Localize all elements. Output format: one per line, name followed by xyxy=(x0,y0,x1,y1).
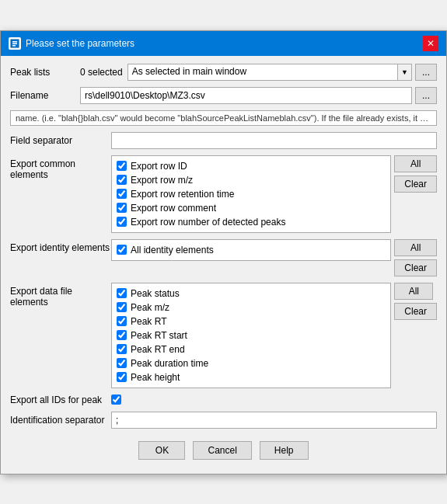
export-data-file-content: Peak status Peak m/z Peak RT Peak RT sta… xyxy=(111,283,437,388)
export-row-mz-checkbox[interactable] xyxy=(117,175,127,185)
peak-duration-checkbox[interactable] xyxy=(117,358,127,368)
peak-rt-start-checkbox[interactable] xyxy=(117,330,127,340)
peak-rt-end-label: Peak RT end xyxy=(131,344,185,355)
export-row-rt-label: Export row retention time xyxy=(131,189,234,200)
list-item: Peak duration time xyxy=(117,356,386,370)
export-common-section: Export common elements Export row ID Exp… xyxy=(10,155,437,233)
svg-rect-1 xyxy=(12,41,17,43)
dialog: Please set the parameters ✕ Peak lists 0… xyxy=(0,30,447,474)
title-bar: Please set the parameters ✕ xyxy=(1,31,446,56)
all-identity-label: All identity elements xyxy=(131,245,214,255)
export-data-file-buttons: All Clear xyxy=(394,283,437,320)
export-common-content: Export row ID Export row m/z Export row … xyxy=(111,155,437,233)
button-bar: OK Cancel Help xyxy=(10,436,437,466)
export-row-mz-label: Export row m/z xyxy=(131,175,193,186)
filename-controls: ... xyxy=(80,87,437,104)
export-row-peaks-label: Export row number of detected peaks xyxy=(131,217,285,228)
export-identity-clear-button[interactable]: Clear xyxy=(394,259,437,276)
peak-rt-end-checkbox[interactable] xyxy=(117,344,127,354)
list-item: Peak RT xyxy=(117,315,386,328)
peak-mz-label: Peak m/z xyxy=(131,302,169,313)
peak-rt-checkbox[interactable] xyxy=(117,316,127,326)
export-all-ids-row: Export all IDs for peak xyxy=(10,395,437,405)
list-item: Peak status xyxy=(117,287,386,301)
all-identity-checkbox[interactable] xyxy=(117,245,127,255)
svg-rect-2 xyxy=(12,43,17,44)
export-data-file-all-button[interactable]: All xyxy=(394,283,433,300)
dialog-title: Please set the parameters xyxy=(26,38,134,49)
peak-rt-label: Peak RT xyxy=(131,316,166,327)
peak-lists-row: Peak lists 0 selected As selected in mai… xyxy=(10,64,437,81)
export-common-clear-button[interactable]: Clear xyxy=(394,176,437,193)
export-identity-section: Export identity elements All identity el… xyxy=(10,239,437,276)
peak-mz-checkbox[interactable] xyxy=(117,302,127,312)
list-item: Export row comment xyxy=(117,201,386,215)
svg-rect-3 xyxy=(12,45,16,47)
export-all-ids-label: Export all IDs for peak xyxy=(10,395,111,405)
list-item: All identity elements xyxy=(117,243,386,257)
export-identity-label: Export identity elements xyxy=(10,239,111,253)
peak-lists-value: As selected in main window xyxy=(128,64,397,80)
export-common-buttons: All Clear xyxy=(394,155,437,193)
list-item: Export row number of detected peaks xyxy=(117,215,386,229)
export-identity-list: All identity elements xyxy=(111,239,391,261)
peak-lists-controls: 0 selected As selected in main window ▼ … xyxy=(80,64,437,81)
field-separator-label: Field separator xyxy=(10,135,111,146)
chevron-down-icon[interactable]: ▼ xyxy=(397,64,411,80)
list-item: Peak height xyxy=(117,370,386,384)
export-data-file-clear-button[interactable]: Clear xyxy=(394,303,437,320)
list-item: Export row m/z xyxy=(117,173,386,187)
cancel-button[interactable]: Cancel xyxy=(193,441,251,460)
export-row-comment-checkbox[interactable] xyxy=(117,203,127,213)
export-common-label: Export common elements xyxy=(10,155,111,180)
filename-label: Filename xyxy=(10,90,80,101)
export-row-comment-label: Export row comment xyxy=(131,203,216,214)
list-item: Peak RT end xyxy=(117,342,386,356)
export-row-rt-checkbox[interactable] xyxy=(117,189,127,199)
export-row-id-checkbox[interactable] xyxy=(117,161,127,171)
filename-browse-button[interactable]: ... xyxy=(415,87,437,104)
field-separator-input[interactable] xyxy=(111,132,437,149)
list-item: Peak RT start xyxy=(117,328,386,342)
export-data-file-label: Export data file elements xyxy=(10,283,111,308)
export-common-list: Export row ID Export row m/z Export row … xyxy=(111,155,391,233)
export-data-file-section: Export data file elements Peak status Pe… xyxy=(10,283,437,388)
peak-lists-combo[interactable]: As selected in main window ▼ xyxy=(127,64,412,81)
peak-rt-start-label: Peak RT start xyxy=(131,330,187,341)
peak-height-checkbox[interactable] xyxy=(117,372,127,382)
list-item: Export row ID xyxy=(117,159,386,173)
peak-status-checkbox[interactable] xyxy=(117,288,127,298)
export-data-file-list[interactable]: Peak status Peak m/z Peak RT Peak RT sta… xyxy=(111,283,391,388)
export-row-peaks-checkbox[interactable] xyxy=(117,217,127,227)
title-bar-left: Please set the parameters xyxy=(9,37,134,50)
peak-lists-count: 0 selected xyxy=(80,67,123,78)
export-common-all-button[interactable]: All xyxy=(394,155,437,172)
help-button[interactable]: Help xyxy=(260,441,309,460)
filename-row: Filename ... xyxy=(10,87,437,104)
peak-lists-label: Peak lists xyxy=(10,67,80,78)
identification-separator-row: Identification separator xyxy=(10,412,437,429)
export-all-ids-checkbox[interactable] xyxy=(111,395,121,405)
list-item: Peak m/z xyxy=(117,301,386,315)
field-separator-row: Field separator xyxy=(10,132,437,149)
info-bar: name. (i.e. "blah{}blah.csv" would becom… xyxy=(10,110,437,126)
dialog-icon xyxy=(9,37,21,50)
peak-status-label: Peak status xyxy=(131,288,180,299)
export-row-id-label: Export row ID xyxy=(131,161,187,172)
list-item: Export row retention time xyxy=(117,187,386,201)
close-button[interactable]: ✕ xyxy=(423,36,438,51)
ok-button[interactable]: OK xyxy=(138,441,185,460)
peak-lists-browse-button[interactable]: ... xyxy=(415,64,437,81)
dialog-content: Peak lists 0 selected As selected in mai… xyxy=(1,56,446,474)
identification-separator-input[interactable] xyxy=(111,412,437,429)
filename-input[interactable] xyxy=(80,87,412,104)
export-identity-content: All identity elements All Clear xyxy=(111,239,437,276)
identification-separator-label: Identification separator xyxy=(10,415,111,426)
peak-duration-label: Peak duration time xyxy=(131,358,208,369)
export-identity-all-button[interactable]: All xyxy=(394,239,437,256)
peak-height-label: Peak height xyxy=(131,372,180,383)
export-identity-buttons: All Clear xyxy=(394,239,437,276)
